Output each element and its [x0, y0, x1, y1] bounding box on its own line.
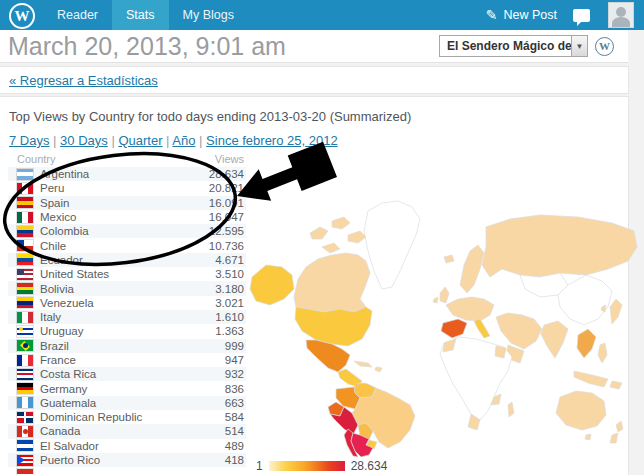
country-flag-icon [17, 226, 33, 237]
chevron-down-icon[interactable]: ▼ [571, 36, 587, 56]
country-flag-icon [17, 269, 33, 280]
views-value: 16.091 [209, 197, 244, 209]
views-value: 4.671 [215, 254, 244, 266]
column-country: Country [17, 153, 56, 165]
views-value: 663 [225, 397, 244, 409]
table-row: Guatemala663 [8, 396, 246, 410]
country-name: United States [40, 268, 215, 280]
table-row: Puerto Rico418 [8, 453, 246, 467]
country-flag-icon [17, 169, 33, 180]
country-flag-icon [17, 369, 33, 380]
country-name: Guatemala [40, 397, 225, 409]
views-value: 16.047 [209, 211, 244, 223]
legend-max: 28.634 [351, 459, 388, 473]
country-name: Canada [40, 425, 225, 437]
table-header: Country Views [8, 153, 246, 167]
country-name: Argentina [40, 168, 209, 180]
table-row: Peru20.821 [8, 181, 246, 195]
top-nav: ReaderStatsMy Blogs [43, 0, 248, 30]
views-value: 3.510 [215, 268, 244, 280]
blog-selector-value: El Sendero Mágico del ... [440, 36, 571, 56]
back-link-box: « Regresar a Estadísticas [0, 66, 629, 94]
range-separator: | [162, 133, 172, 148]
nav-reader[interactable]: Reader [43, 0, 112, 30]
views-value: 584 [225, 411, 244, 423]
views-value: 12.595 [209, 225, 244, 237]
nav-my-blogs[interactable]: My Blogs [169, 0, 248, 30]
page-title: March 20, 2013, 9:01 am [8, 32, 286, 61]
views-value: 3.180 [215, 283, 244, 295]
range-link-30-days[interactable]: 30 Days [60, 133, 108, 148]
views-value: 947 [225, 354, 244, 366]
country-name: Italy [40, 311, 215, 323]
country-name: Costa Rica [40, 368, 225, 380]
country-name: Puerto Rico [40, 454, 225, 466]
country-flag-icon [17, 297, 33, 308]
table-row: Chile10.736 [8, 238, 246, 252]
table-row: France947 [8, 353, 246, 367]
notifications-icon[interactable] [573, 9, 590, 22]
table-row: United States3.510 [8, 267, 246, 281]
map-legend: 1 28.634 [256, 459, 387, 473]
table-row: Italy1.610 [8, 310, 246, 324]
views-value: 10.736 [209, 240, 244, 252]
country-name: Spain [40, 197, 209, 209]
table-row: Venezuela3.021 [8, 296, 246, 310]
admin-bar: W ReaderStatsMy Blogs ✎ New Post [0, 0, 644, 30]
views-value: 28.634 [209, 168, 244, 180]
country-name: Bolivia [40, 283, 215, 295]
views-value: 3.021 [215, 297, 244, 309]
stats-panel: Top Views by Country for todo days endin… [0, 96, 629, 475]
table-body: Argentina28.634Peru20.821Spain16.091Mexi… [8, 167, 246, 475]
country-name: Venezuela [40, 297, 215, 309]
range-links: 7 Days | 30 Days | Quarter | Año | Since… [9, 133, 338, 148]
views-value: 20.821 [209, 182, 244, 194]
country-flag-icon [17, 197, 33, 208]
country-flag-icon [17, 440, 33, 451]
pencil-icon: ✎ [486, 7, 498, 23]
country-flag-icon [17, 340, 33, 351]
nav-stats[interactable]: Stats [112, 0, 169, 30]
country-flag-icon [17, 355, 33, 366]
views-value: 1.363 [215, 325, 244, 337]
table-row: Bolivia3.180 [8, 281, 246, 295]
country-name: Colombia [40, 225, 209, 237]
range-link-7-days[interactable]: 7 Days [9, 133, 49, 148]
views-value: 514 [225, 425, 244, 437]
range-link-since-febrero-25-2012[interactable]: Since febrero 25, 2012 [206, 133, 338, 148]
country-flag-icon [17, 326, 33, 337]
views-value: 932 [225, 368, 244, 380]
country-name: El Salvador [40, 440, 225, 452]
views-value: 418 [225, 454, 244, 466]
table-row: Dominican Republic584 [8, 410, 246, 424]
country-name: Mexico [40, 211, 209, 223]
country-name: Germany [40, 383, 225, 395]
range-separator: | [196, 133, 207, 148]
country-flag-icon [17, 254, 33, 265]
country-flag-icon [17, 426, 33, 437]
country-flag-icon [17, 312, 33, 323]
wordpress-stats-page: W ReaderStatsMy Blogs ✎ New Post March 2… [0, 0, 644, 475]
country-name: Ecuador [40, 254, 215, 266]
country-flag-icon [17, 412, 33, 423]
back-link[interactable]: « Regresar a Estadísticas [9, 73, 158, 88]
country-flag-icon [17, 469, 33, 475]
blog-selector[interactable]: El Sendero Mágico del ... ▼ [439, 35, 588, 57]
new-post-label: New Post [504, 8, 558, 22]
wordpress-site-icon[interactable]: W [595, 37, 614, 56]
views-value: 1.610 [215, 311, 244, 323]
wordpress-logo-icon[interactable]: W [9, 3, 35, 29]
avatar[interactable] [608, 2, 634, 28]
country-name: Brazil [40, 340, 225, 352]
table-row: El Salvador489 [8, 439, 246, 453]
country-flag-icon [17, 212, 33, 223]
views-value: 999 [225, 340, 244, 352]
legend-gradient [269, 461, 345, 471]
range-link-a-o[interactable]: Año [172, 133, 195, 148]
range-separator: | [108, 133, 119, 148]
new-post-button[interactable]: ✎ New Post [486, 7, 557, 23]
country-name: Uruguay [40, 325, 215, 337]
stats-title: Top Views by Country for todo days endin… [9, 109, 411, 124]
range-link-quarter[interactable]: Quarter [118, 133, 162, 148]
subheader: March 20, 2013, 9:01 am El Sendero Mágic… [0, 30, 628, 63]
